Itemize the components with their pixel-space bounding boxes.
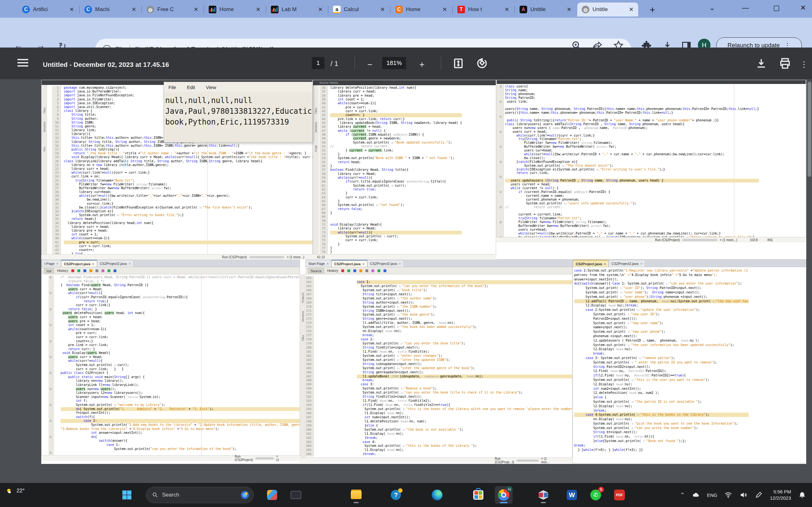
- toolbar-mini-icon[interactable]: [78, 269, 80, 272]
- code-editor-text[interactable]: case 2:System.out.println("1-Register ne…: [574, 268, 749, 452]
- taskbar-app-gethelp[interactable]: ?: [387, 486, 405, 504]
- pdf-download-icon[interactable]: [755, 57, 768, 70]
- tab-close-icon[interactable]: ✕: [130, 6, 138, 13]
- window-minimize-button[interactable]: —: [739, 4, 752, 12]
- taskbar-app-pdfapp[interactable]: PDF: [611, 486, 628, 504]
- toolbar-mini-icon[interactable]: [347, 269, 350, 272]
- tab-close-icon[interactable]: ✕: [254, 6, 262, 13]
- pdf-menu-icon[interactable]: [17, 59, 28, 60]
- toolbar-mini-icon[interactable]: [353, 269, 356, 272]
- browser-tab-artifici-0[interactable]: CArtifici✕: [18, 3, 79, 16]
- editor-tab-start-page[interactable]: Start Page×: [305, 260, 332, 267]
- toolbar-mini-icon[interactable]: [359, 269, 362, 272]
- editor-tab-cs2project-java[interactable]: CS2Project.java×: [332, 260, 367, 267]
- toolbar-mini-icon[interactable]: [377, 269, 380, 272]
- language-indicator[interactable]: ENG: [707, 493, 717, 498]
- pdf-page-input[interactable]: 1: [312, 57, 324, 69]
- taskbar-app-netbeans[interactable]: [535, 486, 552, 504]
- browser-tab-calcul-5[interactable]: aCalcul✕: [328, 3, 390, 16]
- tab-close-icon[interactable]: ✕: [441, 6, 449, 13]
- taskbar-search-box[interactable]: Search: [146, 487, 254, 503]
- toolbar-mini-icon[interactable]: [341, 269, 344, 272]
- editor-tab-cs2project2-java[interactable]: CS2Project2.java×: [97, 260, 134, 267]
- ide-left-dock-tabs[interactable]: FilesServicesPro: [42, 85, 47, 259]
- code-editor-text[interactable]: case 1: System.out.println( s:"can you e…: [357, 276, 572, 456]
- toolbar-mini-icon[interactable]: [96, 269, 98, 272]
- editor-tab-cs2project2-java[interactable]: CS2Project2.java×: [367, 260, 404, 267]
- taskbar-app-explorer[interactable]: [347, 486, 365, 504]
- tab-close-icon[interactable]: ✕: [379, 6, 386, 13]
- more-tasks-label[interactable]: × (1: [276, 455, 279, 462]
- browser-tab-how-t-7[interactable]: THow t✕: [453, 3, 514, 16]
- code-editor-text[interactable]: /* boolean Find(users Head, String Patro…: [61, 275, 301, 455]
- start-button[interactable]: [118, 486, 136, 504]
- editor-tab-t-page[interactable]: t Page×: [42, 260, 61, 267]
- browser-tab-machi-1[interactable]: CMachi✕: [80, 3, 141, 16]
- editor-view-button-rce[interactable]: rce: [44, 268, 54, 274]
- tab-close-icon[interactable]: ✕: [68, 6, 75, 13]
- rotate-icon[interactable]: [476, 57, 489, 70]
- window-maximize-button[interactable]: ▢: [770, 4, 783, 12]
- taskbar-weather-widget[interactable]: 22°: [5, 487, 25, 495]
- taskbar-app-monitor[interactable]: [287, 486, 305, 504]
- notepad-menu-view[interactable]: View: [206, 84, 216, 90]
- more-tasks-label[interactable]: × (1 mor...: [541, 457, 550, 464]
- notepad-menu-file[interactable]: File: [168, 84, 176, 90]
- volume-icon[interactable]: [740, 491, 748, 499]
- toolbar-mini-icon[interactable]: [90, 269, 92, 272]
- browser-tab-untitle-9[interactable]: ◍Untitle✕: [577, 3, 638, 16]
- pdf-print-icon[interactable]: [779, 57, 792, 70]
- pdf-zoom-in-button[interactable]: +: [419, 60, 424, 70]
- taskbar-app-edge[interactable]: [428, 486, 446, 504]
- taskbar-app-chrome[interactable]: H: [495, 486, 513, 504]
- pdf-scrollbar-thumb[interactable]: [808, 82, 811, 177]
- notepad-menu-edit[interactable]: Edit: [187, 84, 195, 90]
- pdf-zoom-level[interactable]: 181%: [382, 57, 406, 69]
- tab-close-icon[interactable]: ✕: [316, 6, 324, 13]
- browser-tab-home-3[interactable]: Home✕: [204, 3, 265, 16]
- toolbar-mini-icon[interactable]: [107, 269, 110, 272]
- pdf-zoom-out-button[interactable]: −: [367, 60, 372, 70]
- fit-to-page-icon[interactable]: [452, 57, 465, 70]
- more-tasks-label[interactable]: × (1 more...): [287, 256, 304, 259]
- taskbar-app-whatsapp[interactable]: ✆6: [587, 486, 605, 504]
- ide-left-dock-tabs[interactable]: FilesServicesProje: [313, 85, 318, 259]
- toolbar-mini-icon[interactable]: [101, 269, 104, 272]
- editor-view-button-source[interactable]: Source: [308, 268, 324, 274]
- tab-close-icon[interactable]: ✕: [565, 6, 573, 13]
- taskbar-app-widgets[interactable]: [263, 486, 281, 504]
- tab-close-icon[interactable]: ✕: [192, 6, 200, 13]
- more-tasks-label[interactable]: × (1 more...): [720, 238, 737, 242]
- taskbar-clock[interactable]: 5:56 PM 12/2/2023: [770, 489, 791, 501]
- editor-tab-cs2project-java[interactable]: CS2Project.java×: [61, 260, 97, 267]
- tab-search-chevron-icon[interactable]: ⌄: [706, 4, 718, 12]
- tray-chevron-icon[interactable]: ⌃: [680, 492, 685, 498]
- notification-bell-icon[interactable]: [798, 491, 806, 499]
- browser-tab-lab-m-4[interactable]: Lab M✕: [266, 3, 327, 16]
- toolbar-mini-icon[interactable]: [113, 269, 116, 272]
- new-tab-button[interactable]: +: [647, 4, 658, 15]
- browser-tab-home-6[interactable]: CHome✕: [391, 3, 452, 16]
- toolbar-mini-icon[interactable]: [84, 269, 86, 272]
- code-editor-text[interactable]: library deletePosition(library head,int …: [330, 86, 462, 254]
- toolbar-mini-icon[interactable]: [365, 269, 368, 272]
- wifi-icon[interactable]: [724, 491, 732, 499]
- window-close-button[interactable]: ✕: [797, 4, 809, 12]
- tab-close-icon[interactable]: ✕: [627, 6, 635, 13]
- editor-view-button-history[interactable]: History: [57, 269, 68, 273]
- pen-icon[interactable]: [755, 491, 763, 499]
- toolbar-mini-icon[interactable]: [371, 269, 374, 272]
- code-editor-text[interactable]: class users{String name;String phonenum;…: [505, 84, 759, 242]
- taskbar-app-store[interactable]: [469, 486, 487, 504]
- toolbar-mini-icon[interactable]: [71, 269, 74, 272]
- browser-tab-free-c-2[interactable]: ◍Free C✕: [142, 3, 203, 16]
- browser-tab-untitle-8[interactable]: AUntitle✕: [515, 3, 576, 16]
- editor-tab-cs2project-java[interactable]: CS2Project.java×: [573, 260, 609, 267]
- editor-view-button-history[interactable]: History: [327, 269, 338, 273]
- toolbar-mini-icon[interactable]: [384, 269, 386, 272]
- editor-tab-cs2project2-java[interactable]: CS2Project2.java×: [609, 260, 645, 267]
- onedrive-cloud-icon[interactable]: [692, 491, 700, 499]
- taskbar-app-word[interactable]: W: [563, 486, 581, 504]
- tab-close-icon[interactable]: ✕: [503, 6, 511, 13]
- pdf-kebab-menu-icon[interactable]: ⋮: [800, 60, 808, 69]
